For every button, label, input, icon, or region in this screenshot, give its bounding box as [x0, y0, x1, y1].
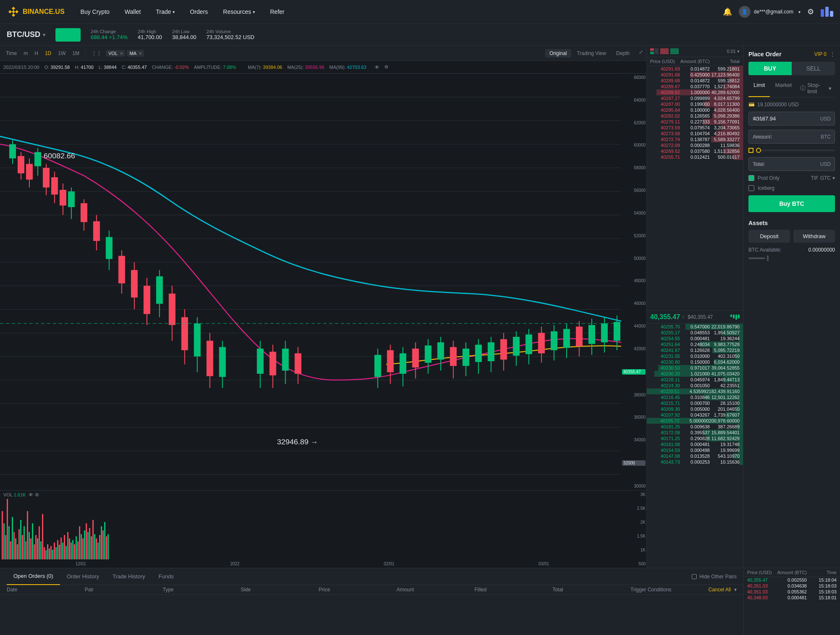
stop-limit-tab[interactable]: ⓘ Stop-limit ▾ — [797, 79, 835, 97]
sell-tab[interactable]: SELL — [792, 62, 835, 75]
ob-ask-row[interactable]: 40272.740.1387875,589.33277 — [647, 136, 743, 142]
buy-tab[interactable]: BUY — [748, 62, 792, 75]
ob-bid-row[interactable]: 40161.080.00048119.31748 — [647, 441, 743, 447]
ob-ask-row[interactable]: 40289.680.014872599.18812 — [647, 78, 743, 84]
nav-refer[interactable]: Refer — [264, 0, 290, 24]
post-only-checkbox[interactable]: ✓ — [748, 175, 754, 181]
toolbar-m[interactable]: m — [21, 50, 30, 57]
ob-bid-row[interactable]: 40220.514.535992182,439.91160 — [647, 388, 743, 394]
nav-wallet[interactable]: Wallet — [119, 0, 147, 24]
deposit-button[interactable]: Deposit — [748, 230, 790, 243]
ob-bid-row[interactable]: 40231.050.010000402.31050 — [647, 353, 743, 359]
ob-ask-row[interactable]: 40269.520.0375801,513.32856 — [647, 148, 743, 154]
hide-pairs-checkbox[interactable] — [692, 574, 697, 579]
nav-orders[interactable]: Orders — [184, 0, 214, 24]
expand-icon[interactable]: ⤢ — [639, 49, 643, 58]
ob-ask-row[interactable]: 40289.670.0377701,521.74084 — [647, 84, 743, 89]
ob-ask-row[interactable]: 40279.110.2273339,156.77091 — [647, 119, 743, 125]
ob-bid-row[interactable]: 40216.450.31084612,501.12262 — [647, 394, 743, 400]
slider-track[interactable] — [756, 150, 835, 151]
tif-selector[interactable]: TIF GTC ▾ — [811, 175, 835, 181]
ob-ask-row[interactable]: 40285.640.1000004,028.56400 — [647, 107, 743, 113]
view-original[interactable]: Original — [545, 49, 571, 58]
toolbar-1w[interactable]: 1W — [55, 50, 68, 57]
ob-bid-row[interactable]: 40255.700.54700022,019.86790 — [647, 324, 743, 330]
ob-ask-row[interactable]: 40287.000.1990008,017.11300 — [647, 101, 743, 107]
withdraw-button[interactable]: Withdraw — [793, 230, 835, 243]
svg-rect-78 — [412, 349, 419, 367]
ob-bid-row[interactable]: 40251.640.2480349,983.77528 — [647, 341, 743, 347]
nav-buy-crypto[interactable]: Buy Crypto — [75, 0, 116, 24]
notifications-icon[interactable]: 🔔 — [723, 7, 732, 16]
ob-ask-row[interactable]: 40255.710.012421500.01617 — [647, 154, 743, 160]
nav-resources[interactable]: Resources ▾ — [217, 0, 261, 24]
vol-tag-close[interactable]: × — [120, 51, 123, 56]
ob-bid-row[interactable]: 40224.300.00105042.23551 — [647, 383, 743, 388]
vip-badge[interactable]: VIP 0 — [814, 51, 827, 57]
ob-bid-row[interactable]: 40230.530.97101739,064.52855 — [647, 365, 743, 371]
buy-btc-button[interactable]: Buy BTC — [748, 195, 835, 212]
tab-trade-history[interactable]: Trade History — [106, 568, 152, 585]
nav-trade[interactable]: Trade ▾ — [150, 0, 181, 24]
trade-dropdown-arrow: ▾ — [173, 10, 175, 14]
ob-buy-icon[interactable] — [670, 48, 679, 54]
ob-ask-row[interactable]: 40273.580.1047044,216.80492 — [647, 131, 743, 136]
ob-mid-price: 40,355.47 ↑ $40,355.47 — [647, 310, 743, 324]
eye-icon[interactable]: 👁 — [375, 65, 379, 70]
iceberg-checkbox[interactable] — [748, 185, 754, 191]
ob-bid-row[interactable]: 40181.250.009638387.26689 — [647, 424, 743, 430]
post-only-label: Post Only — [758, 175, 780, 181]
slider-handle[interactable] — [748, 148, 753, 153]
view-depth[interactable]: Depth — [612, 49, 634, 58]
settings-icon[interactable]: ⚙ — [807, 7, 814, 16]
tab-order-history[interactable]: Order History — [60, 568, 106, 585]
ob-ask-row[interactable]: 40273.590.0795743,204.73065 — [647, 125, 743, 131]
ob-bid-row[interactable]: 40195.725.000000200,978.60000 — [647, 418, 743, 424]
ob-bid-row[interactable]: 40230.201.02100041,075.03420 — [647, 371, 743, 377]
ob-ask-row[interactable]: 40291.680.42500017,123.96400 — [647, 72, 743, 78]
ob-bid-row[interactable]: 40154.590.00049819.99699 — [647, 447, 743, 453]
ob-bid-row[interactable]: 40241.670.1266285,095.72219 — [647, 347, 743, 353]
ob-bid-row[interactable]: 40143.730.00025310.15636 — [647, 459, 743, 465]
po-more-options[interactable]: ⋮ — [830, 51, 835, 57]
tab-funds[interactable]: Funds — [152, 568, 181, 585]
ob-ask-row[interactable]: 40291.690.014872599.21801 — [647, 66, 743, 72]
market-tab[interactable]: Market — [770, 79, 797, 97]
tab-open-orders[interactable]: Open Orders (0) — [7, 568, 60, 585]
ob-bid-row[interactable]: 40207.920.0432671,739.67607 — [647, 412, 743, 418]
ob-bid-row[interactable]: 40228.110.0459741,849.44713 — [647, 377, 743, 383]
ob-both-icon[interactable] — [650, 48, 659, 54]
ob-bid-row[interactable]: 40254.550.00048119.36244 — [647, 336, 743, 341]
bottom-section: Open Orders (0) Order History Trade Hist… — [0, 568, 840, 635]
ob-bid-row[interactable]: 40255.170.0485531,954.50927 — [647, 330, 743, 336]
pair-selector[interactable]: BTC/USD ▾ — [7, 30, 45, 39]
ob-ask-row[interactable]: 40289.621.00000040,289.62000 — [647, 89, 743, 95]
ob-qty-selector[interactable]: 0.01 ▾ — [727, 49, 740, 54]
settings-chart-icon[interactable]: ⚙ — [384, 64, 388, 70]
ob-ask-row[interactable]: 40272.090.00028811.59836 — [647, 142, 743, 148]
ob-bid-row[interactable]: 40215.710.00070028.15100 — [647, 400, 743, 406]
bottom-dropdown-icon[interactable]: ▾ — [734, 587, 737, 593]
view-tradingview[interactable]: Trading View — [573, 49, 610, 58]
toolbar-time[interactable]: Time — [3, 50, 19, 57]
ma-tag-close[interactable]: × — [139, 51, 142, 56]
ob-ask-row[interactable]: 40282.020.1265655,098.29386 — [647, 113, 743, 119]
ob-bid-row[interactable]: 40230.800.1500006,034.62000 — [647, 359, 743, 365]
toolbar-grid-icon[interactable]: ⋮⋮ — [89, 50, 104, 57]
logo[interactable]: BINANCE.US — [7, 5, 65, 18]
ob-bid-row[interactable]: 40172.080.39553715,889.54401 — [647, 430, 743, 436]
user-menu[interactable]: 👤 de***@gmail.com ▾ — [739, 6, 801, 18]
ob-bid-row[interactable]: 40147.080.013528543.10970 — [647, 453, 743, 459]
ob-bid-row[interactable]: 40209.300.005000201.04650 — [647, 406, 743, 412]
toolbar-1m[interactable]: 1M — [70, 50, 82, 57]
ob-sell-icon[interactable] — [660, 48, 669, 54]
avatar: 👤 — [739, 6, 751, 18]
svg-rect-94 — [513, 337, 520, 356]
cancel-all-button[interactable]: Cancel All — [709, 587, 731, 593]
limit-tab[interactable]: Limit — [748, 79, 770, 97]
ob-ask-row[interactable]: 40287.270.0998994,024.65799 — [647, 95, 743, 101]
hide-pairs-toggle[interactable]: Hide Other Pairs — [692, 574, 737, 580]
toolbar-h[interactable]: H — [32, 50, 41, 57]
ob-bid-row[interactable]: 40171.250.29082811,682.92429 — [647, 436, 743, 441]
toolbar-1d[interactable]: 1D — [42, 50, 54, 57]
